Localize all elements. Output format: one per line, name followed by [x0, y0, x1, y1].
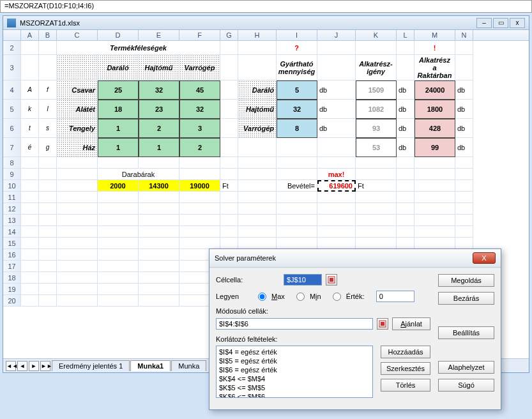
row-header[interactable]: 13: [3, 215, 21, 226]
cell[interactable]: [238, 226, 277, 238]
cell[interactable]: [57, 261, 98, 272]
matrix[interactable]: 1: [98, 119, 139, 138]
col-d[interactable]: Daráló: [98, 55, 139, 80]
cell[interactable]: [397, 180, 414, 192]
cell[interactable]: [139, 238, 179, 249]
row-header[interactable]: 20: [3, 295, 21, 307]
db[interactable]: db: [397, 100, 414, 119]
cell[interactable]: [39, 215, 57, 226]
row-header[interactable]: 14: [3, 226, 21, 238]
cell[interactable]: [455, 215, 473, 226]
row-header[interactable]: 6: [3, 119, 21, 138]
col-header-[interactable]: [3, 30, 21, 40]
k-val[interactable]: 1509: [356, 80, 397, 100]
tab-munka1[interactable]: Munka1: [130, 360, 171, 371]
cell[interactable]: [39, 180, 57, 192]
radio-min[interactable]: [296, 293, 305, 301]
close-button[interactable]: Bezárás: [438, 292, 494, 305]
delete-constraint-button[interactable]: Törlés: [381, 379, 430, 392]
row-header[interactable]: 8: [3, 157, 21, 169]
cell[interactable]: [317, 215, 356, 226]
vtext-a[interactable]: é: [21, 138, 39, 157]
cell[interactable]: [220, 41, 238, 55]
h-label[interactable]: Daráló: [238, 80, 277, 100]
cell[interactable]: [98, 238, 139, 249]
cell[interactable]: [414, 157, 455, 169]
cell[interactable]: [220, 203, 238, 215]
row-header[interactable]: 15: [3, 238, 21, 249]
cell[interactable]: [139, 203, 179, 215]
cell[interactable]: [98, 261, 139, 272]
close-window-button[interactable]: x: [510, 18, 525, 28]
constraint-item[interactable]: $I$6 = egész érték: [218, 365, 371, 374]
price-d[interactable]: 2000: [98, 180, 139, 192]
col-header-F[interactable]: F: [179, 30, 220, 40]
cell[interactable]: [414, 192, 455, 203]
cell[interactable]: [317, 203, 356, 215]
cell[interactable]: [179, 203, 220, 215]
i-val[interactable]: 5: [277, 80, 317, 100]
cell[interactable]: [98, 215, 139, 226]
cell[interactable]: [356, 41, 397, 55]
cell[interactable]: [414, 180, 455, 192]
cell[interactable]: [414, 203, 455, 215]
cell[interactable]: [397, 238, 414, 249]
matrix[interactable]: 1: [98, 138, 139, 157]
cell[interactable]: [39, 203, 57, 215]
col-header-D[interactable]: D: [98, 30, 139, 40]
matrix[interactable]: 32: [139, 80, 179, 100]
cell[interactable]: [57, 249, 98, 261]
row-header[interactable]: 16: [3, 249, 21, 261]
ajanlat-button[interactable]: AAjánlatjánlat: [392, 317, 430, 330]
cell[interactable]: [98, 272, 139, 284]
cell[interactable]: [21, 238, 39, 249]
row-header[interactable]: 11: [3, 192, 21, 203]
db[interactable]: db: [397, 138, 414, 157]
cell[interactable]: [238, 157, 277, 169]
cell[interactable]: [39, 272, 57, 284]
cell[interactable]: [21, 157, 39, 169]
cell[interactable]: [21, 249, 39, 261]
cell[interactable]: [21, 192, 39, 203]
cell[interactable]: [455, 169, 473, 180]
max-label[interactable]: max!: [317, 169, 356, 180]
cell[interactable]: [220, 169, 238, 180]
cell[interactable]: [397, 41, 414, 55]
cell[interactable]: [57, 192, 98, 203]
cell[interactable]: [455, 55, 473, 80]
cell[interactable]: [21, 284, 39, 295]
price-f[interactable]: 19000: [179, 180, 220, 192]
bevetel-val[interactable]: 619600: [317, 180, 356, 192]
cell[interactable]: [455, 157, 473, 169]
cell[interactable]: [57, 157, 98, 169]
cell[interactable]: [220, 80, 238, 100]
col-header-C[interactable]: C: [57, 30, 98, 40]
header-title[interactable]: Termékféleségek: [57, 41, 220, 55]
cell[interactable]: [21, 272, 39, 284]
cell[interactable]: [356, 157, 397, 169]
cell[interactable]: [57, 238, 98, 249]
solve-button[interactable]: Megoldás: [438, 274, 494, 287]
cell[interactable]: [317, 238, 356, 249]
k-val[interactable]: 1082: [356, 100, 397, 119]
cell[interactable]: [220, 100, 238, 119]
help-button[interactable]: Súgó: [438, 379, 494, 392]
matrix[interactable]: 25: [98, 80, 139, 100]
i-val[interactable]: 32: [277, 100, 317, 119]
col-header-K[interactable]: K: [356, 30, 397, 40]
cell[interactable]: [356, 215, 397, 226]
tab-nav-last[interactable]: ►►: [40, 361, 50, 371]
cell[interactable]: [21, 215, 39, 226]
m-val[interactable]: 428: [414, 119, 455, 138]
cell[interactable]: [21, 226, 39, 238]
k-val[interactable]: 93: [356, 119, 397, 138]
cell[interactable]: [277, 157, 317, 169]
cell[interactable]: [179, 226, 220, 238]
target-cell-ref-button[interactable]: [326, 274, 337, 286]
gyarthato[interactable]: Gyártható mennyiség: [277, 55, 317, 80]
add-constraint-button[interactable]: Hozzáadás: [381, 346, 430, 358]
cell[interactable]: [238, 203, 277, 215]
cell[interactable]: [57, 284, 98, 295]
matrix[interactable]: 3: [179, 119, 220, 138]
cell[interactable]: [220, 157, 238, 169]
